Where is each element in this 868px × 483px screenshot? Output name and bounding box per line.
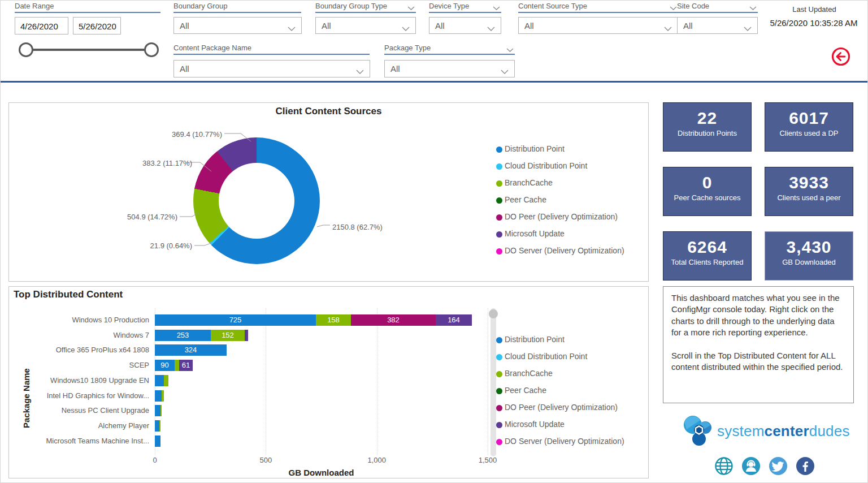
chevron-down-icon[interactable]: [749, 4, 757, 12]
slider-handle-end[interactable]: [144, 42, 159, 57]
boundary-group-header: Boundary Group: [173, 1, 301, 13]
legend-item[interactable]: Peer Cache: [496, 385, 646, 402]
bar-row: Alchemy Player: [9, 420, 495, 432]
boundary-group-type-label: Boundary Group Type: [315, 2, 387, 10]
x-tick-label: 1,000: [360, 456, 394, 464]
legend-item[interactable]: BranchCache: [496, 178, 646, 195]
legend-label: Cloud Distribution Point: [505, 352, 587, 361]
site-code-dropdown[interactable]: All: [677, 17, 758, 34]
date-start-value: 4/26/2020: [20, 21, 58, 31]
legend-item[interactable]: DO Server (Delivery Optimization): [496, 245, 646, 262]
bar-segment[interactable]: 253: [155, 330, 211, 341]
legend-dot-icon: [496, 163, 502, 170]
legend-item[interactable]: Microsoft Update: [496, 228, 646, 245]
support-person-icon[interactable]: [741, 456, 761, 476]
boundary-group-label: Boundary Group: [173, 2, 227, 10]
content-source-type-header: Content Source Type: [518, 1, 678, 13]
legend-item[interactable]: DO Peer (Delivery Optimization): [496, 212, 646, 228]
legend-label: Microsoft Update: [505, 229, 565, 238]
kpi-value: 6264: [663, 238, 751, 257]
legend-dot-icon: [496, 214, 502, 221]
bar-segment[interactable]: 152: [211, 330, 245, 341]
device-type-header: Device Type: [429, 1, 501, 13]
bar-segment[interactable]: 61: [179, 360, 193, 371]
bar-segment[interactable]: [245, 330, 248, 341]
bar-segment[interactable]: [164, 375, 168, 386]
category-label: Intel HD Graphics for Window...: [9, 390, 149, 402]
bar-track: 9061: [155, 360, 193, 371]
vertical-scrollbar-thumb[interactable]: [489, 309, 498, 318]
legend-item[interactable]: Microsoft Update: [496, 419, 646, 436]
chevron-down-icon[interactable]: [407, 4, 415, 12]
last-updated-label: Last Updated: [772, 5, 857, 14]
bar-segment[interactable]: [155, 420, 159, 432]
bar-segment[interactable]: 725: [155, 314, 316, 326]
vertical-scrollbar-track[interactable]: [491, 308, 496, 456]
donut-chart[interactable]: [193, 137, 320, 264]
bar-track: [155, 405, 162, 416]
kpi-card: 6264Total Clients Reported: [663, 231, 752, 281]
site-code-value: All: [683, 21, 693, 31]
bar-segment[interactable]: [155, 390, 162, 402]
bar-track: 253152: [155, 330, 248, 341]
date-range-header: Date Range: [15, 1, 160, 13]
kpi-value: 6017: [765, 109, 853, 128]
kpi-grid: 22Distribution Points6017Clients used a …: [663, 102, 854, 281]
bar-segment[interactable]: [155, 405, 160, 416]
facebook-icon[interactable]: [796, 456, 815, 476]
website-globe-icon[interactable]: [714, 456, 734, 476]
bar-segment[interactable]: 158: [316, 314, 351, 326]
chevron-down-icon[interactable]: [493, 4, 500, 12]
bar-segment[interactable]: 382: [351, 314, 436, 326]
device-type-dropdown[interactable]: All: [429, 17, 501, 34]
kpi-card: 22Distribution Points: [663, 102, 752, 152]
legend-item[interactable]: DO Server (Delivery Optimization): [496, 436, 646, 453]
boundary-group-dropdown[interactable]: All: [173, 17, 302, 34]
chevron-down-icon[interactable]: [506, 46, 514, 54]
kpi-value: 3933: [765, 173, 853, 192]
legend-item[interactable]: BranchCache: [496, 368, 646, 385]
category-label: Nessus PC Client Upgrade: [9, 405, 149, 416]
back-arrow-icon: [831, 46, 851, 67]
package-type-dropdown[interactable]: All: [384, 60, 515, 77]
date-end-input[interactable]: 5/26/2020: [73, 17, 121, 34]
info-paragraph-2: Scroll in the Top Distributed Content fo…: [671, 350, 845, 373]
logo-text-dudes: dudes: [809, 422, 850, 439]
bar-segment[interactable]: 164: [436, 314, 472, 326]
header-divider: [1, 81, 868, 83]
twitter-icon[interactable]: [769, 456, 788, 476]
package-type-header: Package Type: [384, 42, 515, 55]
content-package-name-dropdown[interactable]: All: [173, 60, 370, 77]
bar-segment[interactable]: [155, 375, 164, 386]
boundary-group-type-header: Boundary Group Type: [315, 1, 416, 13]
bar-segment[interactable]: [175, 360, 179, 371]
date-start-input[interactable]: 4/26/2020: [15, 17, 68, 34]
systemcenterdudes-logo: systemcenterdudes: [683, 413, 850, 448]
bar-segment[interactable]: [162, 390, 164, 402]
legend-item[interactable]: Cloud Distribution Point: [496, 161, 646, 178]
slider-track[interactable]: [26, 49, 151, 51]
legend-item[interactable]: Peer Cache: [496, 195, 646, 212]
boundary-group-type-dropdown[interactable]: All: [315, 17, 416, 34]
bar-segment[interactable]: 90: [155, 360, 175, 371]
legend-item[interactable]: Distribution Point: [496, 144, 646, 161]
legend-label: DO Peer (Delivery Optimization): [505, 212, 618, 221]
legend-dot-icon: [496, 422, 502, 428]
legend-dot-icon: [496, 180, 502, 187]
donut-chart-title: Client Content Sources: [9, 106, 648, 117]
slider-handle-start[interactable]: [19, 42, 33, 57]
bar-segment[interactable]: [159, 420, 160, 432]
legend-item[interactable]: DO Peer (Delivery Optimization): [496, 402, 646, 419]
bar-segment[interactable]: [160, 405, 162, 416]
site-code-header: Site Code: [677, 1, 758, 13]
info-text-panel: This dashboard matches what you see in t…: [663, 286, 854, 403]
legend-item[interactable]: Cloud Distribution Point: [496, 351, 646, 368]
chevron-down-icon[interactable]: [670, 4, 677, 12]
bar-segment[interactable]: 324: [155, 344, 227, 356]
content-source-type-dropdown[interactable]: All: [518, 17, 678, 34]
last-updated-value: 5/26/2020 10:35:28 AM: [766, 18, 861, 28]
legend-dot-icon: [496, 248, 502, 255]
bar-segment[interactable]: [155, 435, 160, 447]
back-arrow-button[interactable]: [831, 46, 851, 67]
legend-item[interactable]: Distribution Point: [496, 334, 646, 351]
